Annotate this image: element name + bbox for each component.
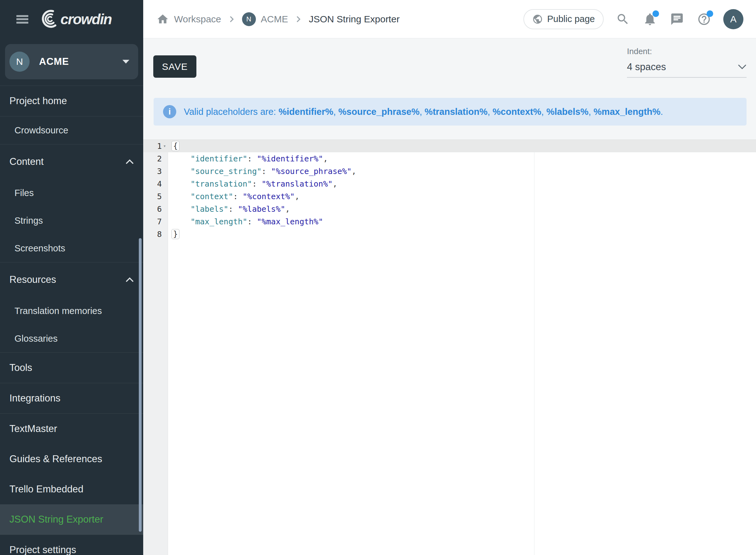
save-button[interactable]: SAVE: [153, 55, 197, 78]
project-name: ACME: [39, 56, 122, 67]
chevron-right-icon: [227, 15, 236, 23]
sidebar-item-screenshots[interactable]: Screenshots: [0, 234, 143, 262]
code-token-key: "identifier": [191, 154, 247, 163]
code-token-pun: [172, 192, 191, 201]
indent-select[interactable]: 4 spaces: [627, 61, 747, 78]
sidebar-item-textmaster[interactable]: TextMaster: [0, 414, 143, 444]
breadcrumb: Workspace N ACME JSON String Exporter: [157, 12, 400, 26]
sidebar-item-label: Tools: [9, 362, 32, 374]
sidebar: crowdin N ACME Project homeCrowdsourceCo…: [0, 0, 143, 555]
sidebar-item-label: Content: [9, 156, 44, 167]
code-token-pun: [172, 154, 191, 163]
sidebar-item-label: Resources: [9, 274, 56, 285]
sidebar-item-tools[interactable]: Tools: [0, 353, 143, 383]
code-token-key: "max_length": [191, 217, 247, 226]
code-text[interactable]: "context": "%context%",: [168, 192, 756, 201]
breadcrumb-workspace[interactable]: Workspace: [157, 13, 221, 26]
search-icon: [616, 12, 630, 26]
sidebar-item-content[interactable]: Content: [0, 144, 143, 179]
code-line: 3▾ "source_string": "%source_phrase%",: [143, 165, 756, 177]
chevron-down-icon: [738, 64, 747, 70]
code-token-str: "%context%": [243, 192, 295, 201]
code-text[interactable]: {: [168, 141, 756, 151]
code-text[interactable]: }: [168, 229, 756, 239]
code-line: 4▾ "translation": "%translation%",: [143, 177, 756, 190]
sidebar-item-translation-memories[interactable]: Translation memories: [0, 297, 143, 325]
public-page-button[interactable]: Public page: [523, 9, 604, 29]
topbar: Workspace N ACME JSON String Exporter Pu…: [143, 0, 756, 38]
sidebar-item-label: Translation memories: [14, 306, 102, 316]
search-button[interactable]: [615, 11, 631, 27]
breadcrumb-label: Workspace: [174, 14, 221, 25]
breadcrumb-label: ACME: [261, 14, 288, 25]
sidebar-item-label: Files: [14, 188, 34, 198]
project-selector[interactable]: N ACME: [5, 44, 138, 79]
line-number: 1: [157, 141, 162, 151]
breadcrumb-project[interactable]: N ACME: [242, 12, 288, 26]
code-token-pun: :: [247, 154, 257, 163]
gutter-cell: 2▾: [143, 154, 168, 163]
page-title: JSON String Exporter: [309, 14, 400, 25]
code-text[interactable]: "max_length": "%max_length%": [168, 217, 756, 226]
crowdin-logo-text: crowdin: [60, 11, 112, 28]
sidebar-item-guides-references[interactable]: Guides & References: [0, 444, 143, 474]
sidebar-item-label: TextMaster: [9, 423, 57, 434]
main-content: SAVE Indent: 4 spaces i Valid placeholde…: [143, 38, 756, 555]
placeholder: %translation%: [425, 106, 488, 117]
sidebar-scrollbar[interactable]: [139, 238, 142, 532]
sidebar-item-label: Trello Embedded: [9, 483, 83, 495]
sidebar-item-label: Strings: [14, 216, 43, 226]
globe-icon: [532, 14, 543, 25]
help-button[interactable]: [696, 11, 712, 27]
info-icon: i: [163, 105, 176, 118]
sidebar-item-label: Project home: [9, 95, 67, 106]
sidebar-item-strings[interactable]: Strings: [0, 207, 143, 234]
fold-toggle-icon[interactable]: ▾: [162, 143, 167, 149]
sidebar-item-label: Glossaries: [14, 334, 57, 344]
hamburger-menu-icon[interactable]: [16, 15, 28, 24]
sidebar-item-integrations[interactable]: Integrations: [0, 383, 143, 414]
crowdin-logo[interactable]: crowdin: [39, 10, 112, 29]
project-badge: N: [242, 12, 256, 26]
code-line: 6▾ "labels": "%labels%",: [143, 203, 756, 215]
code-text[interactable]: "translation": "%translation%",: [168, 179, 756, 188]
messages-button[interactable]: [669, 11, 685, 27]
sidebar-item-trello-embedded[interactable]: Trello Embedded: [0, 474, 143, 504]
sidebar-item-json-string-exporter[interactable]: JSON String Exporter: [0, 504, 143, 535]
notification-dot: [653, 10, 659, 17]
sidebar-item-glossaries[interactable]: Glossaries: [0, 325, 143, 352]
gutter-cell: 1▾: [143, 141, 168, 151]
code-token-key: "translation": [191, 179, 252, 188]
code-token-pun: ,: [333, 179, 337, 188]
sidebar-item-resources[interactable]: Resources: [0, 262, 143, 297]
indent-control: Indent: 4 spaces: [627, 47, 747, 78]
sidebar-item-project-home[interactable]: Project home: [0, 86, 143, 116]
code-text[interactable]: "identifier": "%identifier%",: [168, 154, 756, 163]
gutter-cell: 5▾: [143, 192, 168, 201]
code-token-brace: {: [172, 141, 179, 151]
code-editor[interactable]: 1▾ { 2▾ "identifier": "%identifier%", 3▾…: [143, 139, 756, 555]
code-token-pun: [172, 179, 191, 188]
line-number: 7: [157, 217, 162, 226]
code-token-pun: ,: [285, 205, 290, 214]
code-token-pun: :: [247, 217, 257, 226]
sidebar-item-crowdsource[interactable]: Crowdsource: [0, 117, 143, 144]
code-text[interactable]: "labels": "%labels%",: [168, 205, 756, 214]
help-notification-dot: [707, 10, 713, 17]
notifications-button[interactable]: [642, 11, 658, 27]
sidebar-item-files[interactable]: Files: [0, 179, 143, 207]
sidebar-item-project-settings[interactable]: Project settings: [0, 535, 143, 555]
user-avatar[interactable]: A: [723, 9, 744, 29]
line-number: 4: [157, 179, 162, 188]
public-page-label: Public page: [547, 14, 595, 24]
placeholder: %source_phrase%: [338, 106, 420, 117]
line-number: 2: [157, 154, 162, 163]
code-token-str: "%source_phrase%": [271, 167, 351, 176]
code-token-str: "%max_length%": [257, 217, 323, 226]
gutter-cell: 8▾: [143, 230, 168, 239]
sidebar-top: crowdin: [0, 0, 143, 38]
line-number: 5: [157, 192, 162, 201]
crowdin-bird-icon: [39, 10, 58, 29]
code-line: 2▾ "identifier": "%identifier%",: [143, 152, 756, 165]
code-text[interactable]: "source_string": "%source_phrase%",: [168, 167, 756, 176]
